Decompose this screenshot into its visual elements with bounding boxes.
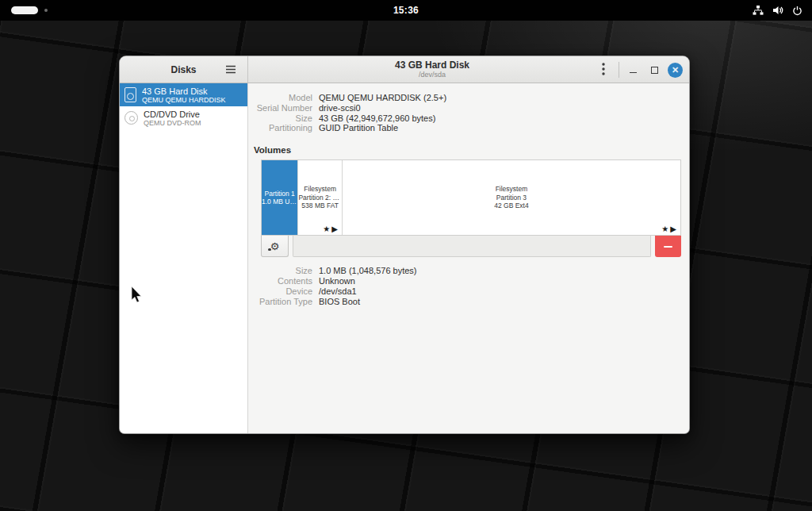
drive-details-pane: Model QEMU QEMU HARDDISK (2.5+) Serial N… [248, 83, 689, 434]
partition-1-block[interactable]: Partition 1 1.0 MB Unk... [262, 160, 298, 235]
kebab-menu-icon [602, 63, 605, 78]
info-label: Partition Type [249, 297, 312, 307]
partition-size-label: 1.0 MB Unk... [262, 198, 297, 206]
partition-fs-label: Filesystem [496, 185, 528, 194]
bootable-star-icon: ★ [323, 225, 330, 233]
delete-partition-button[interactable] [655, 236, 681, 257]
partition-label: Partition 2: EF... [298, 194, 341, 202]
optical-disc-icon [124, 111, 138, 125]
maximize-button[interactable] [646, 62, 662, 78]
mounted-play-icon: ▶ [670, 225, 676, 233]
info-row-serial: Serial Number drive-scsi0 [249, 103, 689, 113]
window-subtitle: /dev/sda [419, 71, 446, 79]
info-label: Size [249, 113, 312, 124]
network-icon [753, 5, 764, 16]
device-sidebar: 43 GB Hard Disk QEMU QEMU HARDDISK CD/DV… [120, 83, 248, 434]
drive-info-grid: Model QEMU QEMU HARDDISK (2.5+) Serial N… [249, 93, 689, 133]
partition-options-button[interactable]: ⚙ [261, 236, 289, 257]
info-value: QEMU QEMU HARDDISK (2.5+) [319, 93, 446, 103]
volume-toolbar: ⚙ [261, 236, 681, 257]
info-row-contents: Contents Unknown [249, 276, 689, 286]
partition-size-label: 538 MB FAT [301, 202, 339, 210]
minus-icon [664, 246, 672, 248]
info-label: Model [249, 93, 312, 103]
window-title-block: 43 GB Hard Disk /dev/sda [248, 56, 616, 83]
top-bar: 15:36 [0, 0, 812, 21]
mounted-play-icon: ▶ [331, 225, 338, 233]
partition-label: Partition 1 [265, 190, 295, 198]
info-label: Contents [249, 276, 312, 286]
window-title-area: 43 GB Hard Disk /dev/sda ✕ [248, 56, 689, 83]
volumes-diagram: Partition 1 1.0 MB Unk... Filesystem Par… [261, 159, 681, 236]
device-subtitle: QEMU DVD-ROM [144, 119, 201, 127]
partition-fs-label: Filesystem [304, 185, 336, 194]
info-row-size: Size 1.0 MB (1,048,576 bytes) [249, 266, 689, 276]
device-title: CD/DVD Drive [144, 110, 201, 119]
info-label: Partitioning [249, 123, 312, 133]
info-value: GUID Partition Table [319, 123, 398, 133]
device-title: 43 GB Hard Disk [142, 86, 226, 96]
volume-icon [772, 5, 783, 16]
window-controls: ✕ [594, 56, 683, 83]
info-label: Device [249, 286, 312, 297]
app-menu-button[interactable] [220, 60, 241, 79]
close-button[interactable]: ✕ [668, 63, 683, 78]
info-row-model: Model QEMU QEMU HARDDISK (2.5+) [249, 93, 689, 103]
header-separator [619, 62, 619, 78]
partition-2-block[interactable]: Filesystem Partition 2: EF... 538 MB FAT… [298, 160, 342, 235]
sidebar-header: Disks [120, 56, 248, 83]
info-value: BIOS Boot [319, 297, 360, 307]
partition-label: Partition 3 [496, 194, 527, 202]
drive-menu-button[interactable] [594, 60, 613, 79]
info-value: 1.0 MB (1,048,576 bytes) [319, 266, 417, 276]
power-icon [792, 6, 802, 16]
header-bar: Disks 43 GB Hard Disk /dev/sda [120, 56, 689, 83]
info-label: Serial Number [249, 103, 312, 113]
desktop-background: 15:36 Disks [0, 0, 812, 511]
info-row-partition-type: Partition Type BIOS Boot [249, 297, 689, 307]
hard-disk-icon [124, 87, 136, 102]
toolbar-spacer [293, 236, 651, 257]
sidebar-item-hard-disk[interactable]: 43 GB Hard Disk QEMU QEMU HARDDISK [120, 83, 247, 106]
window-title: 43 GB Hard Disk [395, 60, 469, 71]
info-label: Size [249, 266, 312, 276]
sidebar-item-cd-drive[interactable]: CD/DVD Drive QEMU DVD-ROM [120, 106, 247, 129]
info-value: Unknown [319, 276, 355, 286]
hamburger-icon [225, 64, 236, 76]
app-title: Disks [170, 64, 196, 75]
info-value: /dev/sda1 [319, 286, 357, 297]
maximize-icon [651, 67, 658, 74]
partition-flags: ★▶ [323, 225, 338, 233]
info-value: 43 GB (42,949,672,960 bytes) [319, 113, 435, 124]
info-row-device: Device /dev/sda1 [249, 286, 689, 297]
partition-flags: ★▶ [661, 225, 676, 233]
minimize-icon [630, 72, 637, 74]
volumes-section-title: Volumes [254, 145, 689, 155]
bootable-star-icon: ★ [661, 225, 668, 233]
partition-size-label: 42 GB Ext4 [494, 202, 528, 210]
partition-3-block[interactable]: Filesystem Partition 3 42 GB Ext4 ★▶ [343, 160, 680, 235]
gears-icon: ⚙ [270, 241, 280, 252]
info-row-size: Size 43 GB (42,949,672,960 bytes) [249, 113, 689, 124]
disks-window: Disks 43 GB Hard Disk /dev/sda [119, 56, 690, 434]
minimize-button[interactable] [625, 62, 641, 78]
partition-info-grid: Size 1.0 MB (1,048,576 bytes) Contents U… [249, 266, 689, 306]
info-row-partitioning: Partitioning GUID Partition Table [249, 123, 689, 133]
window-body: 43 GB Hard Disk QEMU QEMU HARDDISK CD/DV… [120, 83, 689, 434]
device-subtitle: QEMU QEMU HARDDISK [142, 96, 226, 104]
small-gear-dot [268, 248, 271, 252]
system-status-area[interactable] [753, 0, 802, 21]
clock[interactable]: 15:36 [0, 5, 812, 16]
close-icon: ✕ [672, 66, 679, 75]
info-value: drive-scsi0 [319, 103, 361, 113]
